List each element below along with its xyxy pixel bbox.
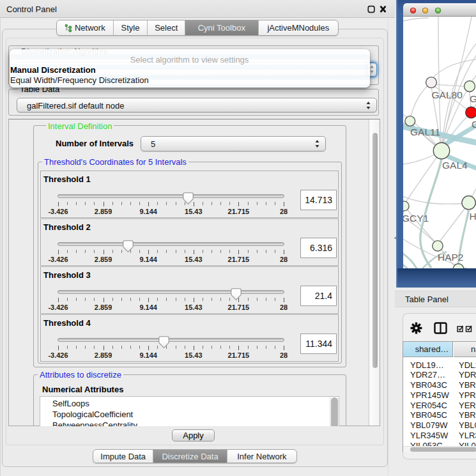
svg-text:GA: GA xyxy=(470,93,476,104)
svg-text:GCY1: GCY1 xyxy=(403,213,429,224)
svg-text:H: H xyxy=(470,211,476,222)
svg-text:GAL4: GAL4 xyxy=(442,160,468,171)
svg-text:HAP2: HAP2 xyxy=(438,252,464,263)
svg-text:GAL11: GAL11 xyxy=(410,127,440,137)
svg-text:GAL80: GAL80 xyxy=(432,89,463,100)
svg-text:C: C xyxy=(472,119,476,130)
